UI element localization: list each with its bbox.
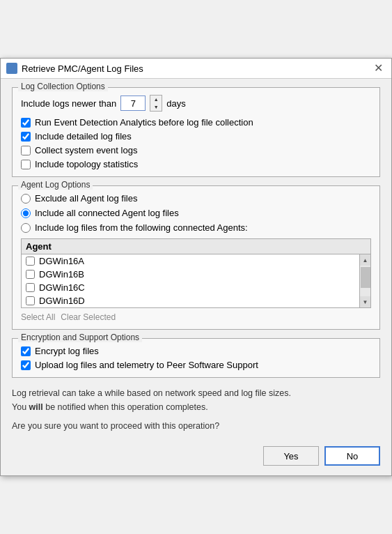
agent-list-container: DGWin16A DGWin16B DGWin16C DGWin16D [22,254,370,307]
agent-d-checkbox[interactable] [26,296,35,305]
log-collection-group: Log Collection Options Include logs newe… [12,87,380,177]
list-item: DGWin16A [22,254,359,268]
info-block: Log retrieval can take a while based on … [12,386,380,414]
include-following-label[interactable]: Include log files from the following con… [35,222,248,233]
agent-b-label[interactable]: DGWin16B [39,269,84,280]
agent-a-label[interactable]: DGWin16A [39,256,84,266]
dialog-icon [6,63,17,74]
no-button[interactable]: No [324,446,380,466]
radio-include-following-row: Include log files from the following con… [21,222,371,233]
agent-b-checkbox[interactable] [26,270,35,279]
encrypt-checkbox[interactable] [21,346,31,356]
run-event-label[interactable]: Run Event Detection Analytics before log… [35,117,253,128]
include-logs-suffix: days [166,98,185,109]
run-event-checkbox[interactable] [21,118,31,128]
upload-label[interactable]: Upload log files and telemetry to Peer S… [35,360,258,370]
agent-log-title: Agent Log Options [18,180,93,190]
info-line2-suffix: be notified when this operation complete… [43,402,208,412]
title-bar: Retrieve PMC/Agent Log Files ✕ [1,59,391,79]
checkbox-run-event: Run Event Detection Analytics before log… [21,117,371,128]
include-topology-checkbox[interactable] [21,160,31,169]
collect-system-label[interactable]: Collect system event logs [35,145,137,155]
info-line2-bold: will [29,402,43,412]
include-all-label[interactable]: Include all connected Agent log files [35,208,179,218]
include-following-radio[interactable] [21,223,31,233]
agent-table-header: Agent [22,239,370,254]
checkbox-include-topology: Include topology statistics [21,159,371,169]
scroll-thumb[interactable] [361,267,370,288]
agent-d-label[interactable]: DGWin16D [39,296,85,306]
info-line1: Log retrieval can take a while based on … [12,388,291,398]
checkbox-upload: Upload log files and telemetry to Peer S… [21,360,371,370]
dialog-content: Log Collection Options Include logs newe… [1,79,391,439]
agent-a-checkbox[interactable] [26,257,35,266]
upload-checkbox[interactable] [21,360,31,370]
buttons-row: Yes No [1,439,391,475]
scroll-track [360,266,370,296]
list-item: DGWin16B [22,268,359,281]
spinner-down[interactable]: ▼ [150,103,162,111]
info-line2-prefix: You [12,402,29,412]
checkbox-collect-system: Collect system event logs [21,145,371,155]
exclude-radio[interactable] [21,194,31,204]
include-detailed-checkbox[interactable] [21,132,31,142]
scroll-up-button[interactable]: ▲ [360,254,370,266]
select-clear-row: Select All Clear Selected [21,312,371,322]
include-logs-row: Include logs newer than ▲ ▼ days [21,95,371,112]
spinner-up[interactable]: ▲ [150,96,162,103]
include-topology-label[interactable]: Include topology statistics [35,159,138,169]
close-button[interactable]: ✕ [371,63,386,74]
agent-log-group: Agent Log Options Exclude all Agent log … [12,185,380,330]
scrollbar[interactable]: ▲ ▼ [359,254,370,307]
select-all-button[interactable]: Select All [21,312,55,322]
log-collection-title: Log Collection Options [18,82,108,91]
dialog-title: Retrieve PMC/Agent Log Files [22,63,367,74]
radio-exclude-row: Exclude all Agent log files [21,193,371,204]
days-input[interactable] [120,96,146,111]
collect-system-checkbox[interactable] [21,146,31,155]
encryption-group: Encryption and Support Options Encrypt l… [12,338,380,378]
exclude-label[interactable]: Exclude all Agent log files [35,193,137,204]
checkbox-include-detailed: Include detailed log files [21,131,371,142]
agent-list-scroll: DGWin16A DGWin16B DGWin16C DGWin16D [22,254,359,307]
include-detailed-label[interactable]: Include detailed log files [35,131,132,142]
agent-column-label: Agent [26,241,52,252]
dialog-window: Retrieve PMC/Agent Log Files ✕ Log Colle… [0,58,392,476]
agent-c-checkbox[interactable] [26,283,35,292]
question-text: Are you sure you want to proceed with th… [12,421,380,431]
encryption-title: Encryption and Support Options [18,333,142,342]
radio-include-all-row: Include all connected Agent log files [21,208,371,218]
scroll-down-button[interactable]: ▼ [360,296,370,307]
checkbox-encrypt: Encrypt log files [21,346,371,356]
days-spinner[interactable]: ▲ ▼ [150,95,162,112]
yes-button[interactable]: Yes [263,446,319,466]
agent-table: Agent DGWin16A DGWin16B [21,238,371,308]
include-all-radio[interactable] [21,208,31,218]
include-logs-prefix: Include logs newer than [21,98,116,109]
encrypt-label[interactable]: Encrypt log files [35,346,99,356]
list-item: DGWin16D [22,294,359,307]
agent-c-label[interactable]: DGWin16C [39,282,85,293]
list-item: DGWin16C [22,281,359,294]
clear-selected-button[interactable]: Clear Selected [61,312,116,322]
